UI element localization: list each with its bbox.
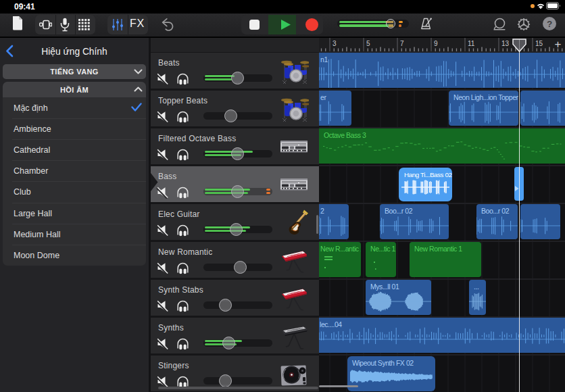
svg-text:9: 9 — [434, 40, 438, 47]
svg-text:13: 13 — [501, 40, 510, 47]
svg-text:11: 11 — [468, 40, 475, 47]
svg-text:5: 5 — [366, 40, 370, 47]
svg-text:3: 3 — [333, 40, 337, 47]
svg-text:15: 15 — [535, 40, 543, 47]
svg-text:7: 7 — [400, 40, 404, 47]
